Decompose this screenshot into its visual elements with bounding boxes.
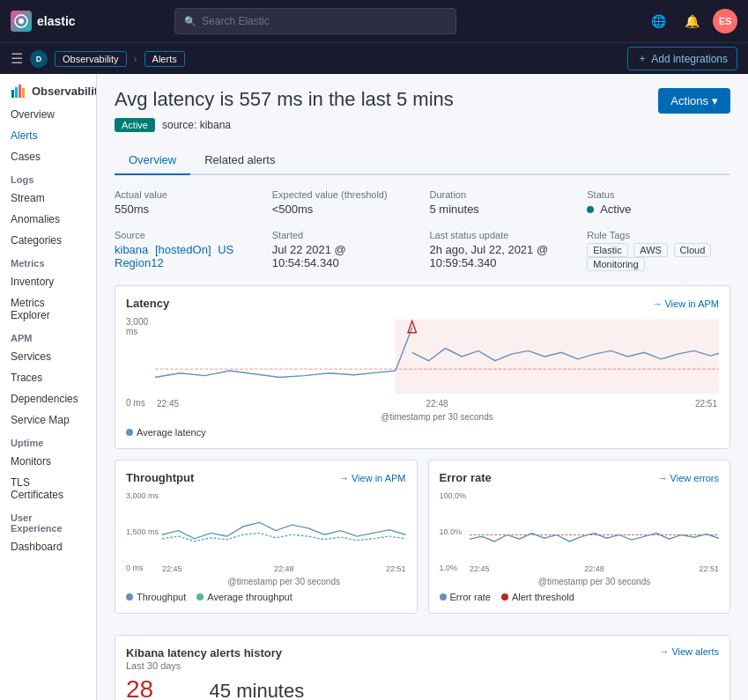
- tabs: Overview Related alerts: [115, 146, 730, 175]
- error-rate-legend: Error rate Alert threshold: [440, 592, 720, 602]
- chevron-down-icon: ▾: [712, 94, 718, 107]
- error-rate-chart-title: Error rate: [440, 471, 492, 484]
- svg-rect-3: [15, 87, 18, 98]
- sidebar-group-metrics: Metrics: [0, 251, 96, 271]
- tag-aws: AWS: [633, 243, 668, 257]
- info-rule-tags: Rule Tags Elastic AWS Cloud Monitoring: [587, 230, 730, 271]
- legend-avg-dot: [126, 429, 133, 436]
- latency-tick-0: 22:45: [157, 399, 179, 409]
- tag-monitoring: Monitoring: [587, 257, 644, 271]
- bell-icon-button[interactable]: 🔔: [679, 9, 704, 33]
- breadcrumb-alerts[interactable]: Alerts: [144, 51, 185, 67]
- status-dot: [587, 206, 594, 213]
- latency-chart-card: Latency → View in APM 3,000ms 0 ms: [115, 285, 730, 449]
- source-hosted-link[interactable]: [hostedOn]: [155, 243, 211, 256]
- legend-avg-throughput: Average throughput: [196, 592, 292, 602]
- history-stat-recovery: 45 minutes Avg time to recover: [210, 680, 305, 700]
- view-alerts-link[interactable]: → View alerts: [659, 646, 719, 657]
- sidebar-title: Observability: [32, 85, 97, 98]
- source-badge: source: kibana: [162, 119, 231, 131]
- plus-icon: ＋: [637, 51, 648, 66]
- legend-avg-throughput-dot: [196, 593, 204, 601]
- sidebar-item-overview[interactable]: Overview: [0, 104, 96, 125]
- sidebar: Observability Overview Alerts Cases Logs…: [0, 74, 97, 700]
- tab-overview[interactable]: Overview: [115, 146, 190, 175]
- er-y-10: 10.0%: [440, 527, 467, 536]
- error-rate-view-link[interactable]: → View errors: [658, 473, 719, 483]
- er-tick-1: 22:48: [584, 564, 604, 573]
- sidebar-group-apm: APM: [0, 326, 96, 346]
- sidebar-item-dependencies[interactable]: Dependencies: [0, 388, 96, 409]
- error-rate-chart-svg: [470, 491, 719, 562]
- sidebar-item-stream[interactable]: Stream: [0, 188, 96, 209]
- history-header: Kibana latency alerts history Last 30 da…: [126, 646, 719, 672]
- user-avatar[interactable]: ES: [713, 9, 737, 33]
- page-title: Avg latency is 557 ms in the last 5 mins: [115, 88, 454, 111]
- info-status: Status Active: [587, 189, 730, 216]
- history-card: Kibana latency alerts history Last 30 da…: [115, 635, 730, 700]
- tp-y-1500: 1,500 ms: [126, 527, 159, 536]
- sidebar-item-monitors[interactable]: Monitors: [0, 451, 96, 472]
- sidebar-item-services[interactable]: Services: [0, 346, 96, 367]
- globe-icon-button[interactable]: 🌐: [646, 9, 670, 33]
- sidebar-item-traces[interactable]: Traces: [0, 367, 96, 388]
- legend-avg-latency: Average latency: [126, 427, 206, 438]
- latency-legend: Average latency: [126, 427, 719, 438]
- svg-rect-4: [19, 85, 21, 98]
- sidebar-item-dashboard[interactable]: Dashboard: [0, 536, 96, 557]
- source-kibana-link[interactable]: kibana: [115, 243, 148, 256]
- sidebar-item-tls[interactable]: TLS Certificates: [0, 472, 96, 505]
- info-actual-value: Actual value 550ms: [115, 189, 258, 216]
- sidebar-group-ux: User Experience: [0, 505, 96, 536]
- recovery-time: 45 minutes: [210, 680, 305, 700]
- latency-y-3000: 3,000ms: [126, 317, 148, 336]
- breadcrumb-user: D: [30, 50, 48, 68]
- top-nav: elastic 🔍 🌐 🔔 ES: [0, 0, 748, 42]
- throughput-chart-header: Throughtput → View in APM: [126, 471, 406, 484]
- sidebar-item-metrics-explorer[interactable]: Metrics Explorer: [0, 292, 96, 326]
- sidebar-item-inventory[interactable]: Inventory: [0, 271, 96, 292]
- actions-button[interactable]: Actions ▾: [658, 88, 730, 114]
- error-rate-x-label: @timestamp per 30 seconds: [470, 577, 719, 586]
- tag-cloud: Cloud: [674, 243, 712, 257]
- elastic-logo-text: elastic: [37, 14, 76, 28]
- legend-alert-threshold: Alert threshold: [501, 592, 574, 602]
- legend-error-rate-dot: [440, 593, 447, 601]
- latency-view-apm-link[interactable]: → View in APM: [652, 298, 719, 309]
- latency-tick-2: 22:51: [695, 399, 717, 409]
- info-source: Source kibana [hostedOn] US Region12: [115, 230, 258, 271]
- tp-tick-0: 22:45: [162, 564, 182, 573]
- svg-rect-2: [11, 90, 14, 98]
- badge-row: Active source: kibana: [115, 118, 454, 132]
- latency-chart-svg: [155, 317, 719, 396]
- throughput-view-apm-link[interactable]: → View in APM: [339, 473, 406, 483]
- observability-icon: [11, 83, 26, 99]
- tab-related-alerts[interactable]: Related alerts: [190, 146, 289, 175]
- svg-rect-5: [22, 88, 25, 98]
- app-layout: Observability Overview Alerts Cases Logs…: [0, 74, 748, 700]
- latency-chart-title: Latency: [126, 297, 169, 310]
- search-input[interactable]: [202, 15, 447, 27]
- hamburger-icon[interactable]: ☰: [11, 50, 23, 67]
- search-bar[interactable]: 🔍: [174, 8, 456, 34]
- throughput-chart-title: Throughtput: [126, 471, 194, 484]
- sidebar-item-categories[interactable]: Categories: [0, 230, 96, 251]
- latency-tick-1: 22:48: [426, 399, 448, 409]
- er-tick-2: 22:51: [699, 564, 719, 573]
- sidebar-item-service-map[interactable]: Service Map: [0, 409, 96, 431]
- tp-y-0: 0 ms: [126, 564, 159, 572]
- latency-x-label: @timestamp per 30 seconds: [155, 412, 719, 422]
- sidebar-item-cases[interactable]: Cases: [0, 146, 96, 167]
- add-integrations-button[interactable]: ＋ Add integrations: [627, 47, 737, 70]
- sidebar-item-alerts[interactable]: Alerts: [0, 125, 96, 146]
- search-icon: 🔍: [184, 16, 196, 27]
- error-rate-chart-header: Error rate → View errors: [440, 471, 720, 484]
- er-y-100: 100.0%: [440, 491, 467, 500]
- throughput-x-label: @timestamp per 30 seconds: [162, 577, 405, 586]
- sidebar-item-anomalies[interactable]: Anomalies: [0, 209, 96, 230]
- history-subtitle: Last 30 days: [126, 660, 181, 671]
- main-content: Avg latency is 557 ms in the last 5 mins…: [97, 74, 748, 700]
- history-title: Kibana latency alerts history: [126, 646, 282, 659]
- breadcrumb-observability[interactable]: Observability: [55, 51, 127, 67]
- error-rate-chart-card: Error rate → View errors 100.0% 10.0% 1.…: [428, 460, 731, 614]
